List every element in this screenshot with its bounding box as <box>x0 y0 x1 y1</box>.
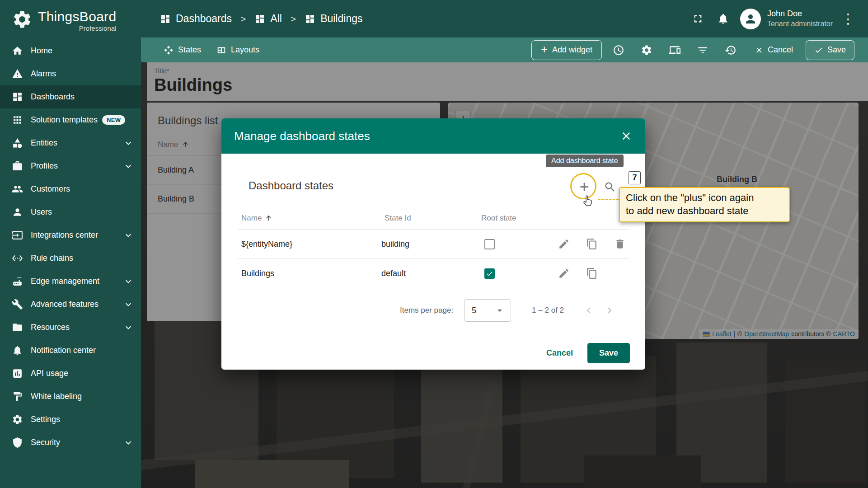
sidebar-item-solution-templates[interactable]: Solution templatesNEW <box>0 108 141 131</box>
states-label: States <box>178 45 201 55</box>
sidebar-item-resources[interactable]: Resources <box>0 316 141 339</box>
states-table-header: Name State Id Root state <box>238 207 629 230</box>
sidebar-item-users[interactable]: Users <box>0 201 141 224</box>
security-icon <box>12 437 23 448</box>
copy-state-button[interactable] <box>586 267 598 279</box>
layouts-button[interactable]: Layouts <box>216 45 259 55</box>
customers-icon <box>12 183 23 195</box>
sidebar-item-label: White labeling <box>31 392 82 401</box>
sidebar-item-label: Integrations center <box>31 230 98 240</box>
breadcrumb-item-dashboards[interactable]: Dashboards <box>160 13 232 25</box>
previous-page-button[interactable] <box>578 300 599 321</box>
close-icon <box>755 46 764 55</box>
breadcrumb: Dashboards>All>Buildings <box>160 13 362 25</box>
version-control-button[interactable] <box>719 39 742 61</box>
devices-icon <box>669 44 680 56</box>
sidebar-item-white-labeling[interactable]: White labeling <box>0 385 141 408</box>
sidebar-item-label: Rule chains <box>31 253 73 263</box>
advanced-features-icon <box>12 299 23 310</box>
dashboards-icon <box>12 91 23 103</box>
breadcrumb-label: Buildings <box>320 13 362 25</box>
more-menu-button[interactable]: ⋮ <box>839 11 857 27</box>
sidebar-item-label: API usage <box>31 369 68 378</box>
profiles-icon <box>12 160 23 172</box>
sidebar-item-label: Entities <box>31 138 57 148</box>
integrations-icon <box>12 230 23 241</box>
dashboards-icon <box>160 14 171 24</box>
dialog-cancel-button[interactable]: Cancel <box>546 348 573 358</box>
sidebar-item-dashboards[interactable]: Dashboards <box>0 85 141 108</box>
add-widget-button[interactable]: + Add widget <box>531 40 602 60</box>
states-table: Name State Id Root state ${entityName}bu… <box>238 207 629 288</box>
timewindow-button[interactable] <box>607 39 630 61</box>
chevron-down-icon <box>123 230 134 241</box>
column-state-id: State Id <box>381 214 478 223</box>
top-header: Dashboards>All>Buildings John Doe Tenant… <box>141 0 868 38</box>
root-state-checkbox[interactable] <box>484 239 495 249</box>
home-icon <box>12 45 23 56</box>
sidebar-item-profiles[interactable]: Profiles <box>0 155 141 178</box>
edit-state-button[interactable] <box>558 238 570 250</box>
state-row-building: ${entityName}building <box>238 230 629 259</box>
sidebar-item-notification-center[interactable]: Notification center <box>0 339 141 362</box>
close-dialog-button[interactable] <box>620 130 633 142</box>
layouts-label: Layouts <box>231 45 259 55</box>
user-info: John Doe Tenant administrator <box>767 9 833 28</box>
entity-aliases-button[interactable] <box>663 39 686 61</box>
user-avatar[interactable] <box>740 9 761 29</box>
breadcrumb-item-all[interactable]: All <box>254 13 282 25</box>
sidebar: ThingsBoard Professional HomeAlarmsDashb… <box>0 0 141 488</box>
sidebar-item-home[interactable]: Home <box>0 39 141 62</box>
users-icon <box>12 206 23 218</box>
next-page-button[interactable] <box>599 300 620 321</box>
sidebar-item-settings[interactable]: Settings <box>0 408 141 431</box>
delete-state-button[interactable] <box>614 238 626 250</box>
root-state-checkbox[interactable] <box>484 268 495 279</box>
sidebar-item-edge-management[interactable]: Edge management <box>0 270 141 293</box>
copy-state-button[interactable] <box>586 238 598 250</box>
dashboard-settings-button[interactable] <box>635 39 658 61</box>
app-logo[interactable]: ThingsBoard Professional <box>0 0 141 39</box>
sidebar-item-label: Users <box>31 207 52 217</box>
resources-icon <box>12 322 23 333</box>
save-dashboard-button[interactable]: Save <box>806 40 854 60</box>
fullscreen-button[interactable] <box>686 7 709 31</box>
gear-icon <box>641 44 652 56</box>
chevron-down-icon <box>123 322 134 333</box>
filters-button[interactable] <box>691 39 714 61</box>
search-icon[interactable] <box>604 181 616 193</box>
sidebar-item-rule-chains[interactable]: Rule chains <box>0 247 141 270</box>
sidebar-item-entities[interactable]: Entities <box>0 131 141 155</box>
sidebar-item-security[interactable]: Security <box>0 431 141 454</box>
states-button[interactable]: States <box>164 45 201 55</box>
sidebar-item-api-usage[interactable]: API usage <box>0 362 141 385</box>
column-name[interactable]: Name <box>238 214 381 223</box>
dialog-save-button[interactable]: Save <box>587 343 630 363</box>
cancel-edit-button[interactable]: Cancel <box>747 40 800 60</box>
alarm-icon <box>12 68 23 80</box>
breadcrumb-label: Dashboards <box>176 13 232 25</box>
edge-icon <box>12 276 23 287</box>
edit-state-button[interactable] <box>558 267 570 279</box>
sidebar-item-integrations-center[interactable]: Integrations center <box>0 224 141 247</box>
dialog-title: Manage dashboard states <box>234 129 370 143</box>
add-state-tooltip: Add dashboard state <box>546 155 624 167</box>
sidebar-item-customers[interactable]: Customers <box>0 178 141 201</box>
sidebar-item-label: Dashboards <box>31 92 75 102</box>
sidebar-item-alarms[interactable]: Alarms <box>0 62 141 85</box>
notifications-button[interactable] <box>711 7 735 31</box>
layouts-icon <box>216 45 226 55</box>
sidebar-item-label: Notification center <box>31 346 96 355</box>
state-row-default: Buildingsdefault <box>238 259 629 288</box>
person-icon <box>744 12 757 26</box>
breadcrumb-item-buildings[interactable]: Buildings <box>305 13 362 25</box>
page-size-select[interactable]: 5 <box>464 299 511 322</box>
rule-chains-icon <box>12 253 23 264</box>
page-size-value: 5 <box>472 306 476 315</box>
solution-templates-icon <box>12 114 23 126</box>
sidebar-item-advanced-features[interactable]: Advanced features <box>0 293 141 316</box>
user-role: Tenant administrator <box>767 19 833 29</box>
clock-icon <box>613 44 624 56</box>
states-icon <box>164 45 174 55</box>
dialog-header: Manage dashboard states <box>221 118 645 154</box>
